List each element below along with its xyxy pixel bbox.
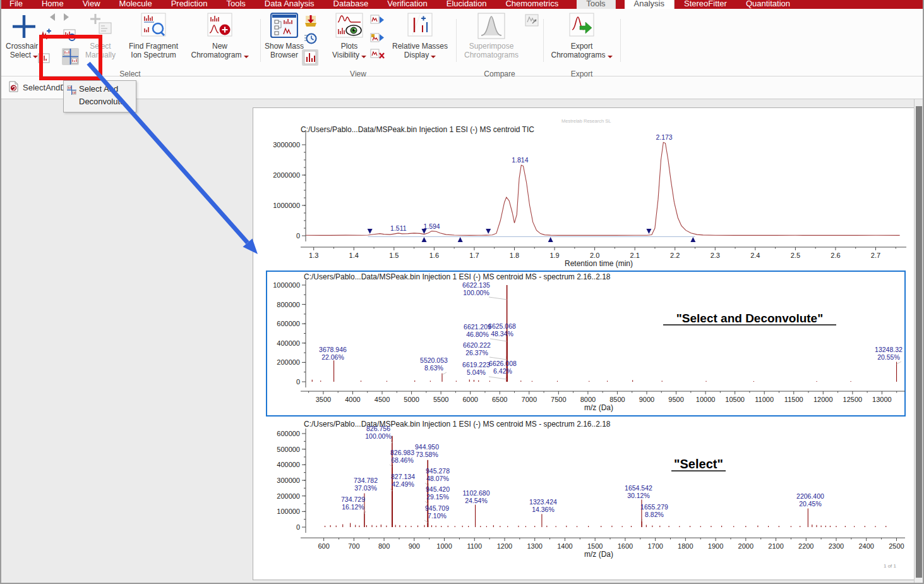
svg-text:945.278: 945.278 <box>426 467 450 475</box>
svg-text:13000: 13000 <box>872 396 892 403</box>
chart-annotation: "Select and Deconvolute" <box>676 312 823 325</box>
tooltip-select-and-deconvolute: Select And Deconvolute <box>63 80 136 113</box>
vertical-scrollbar[interactable] <box>914 99 923 584</box>
svg-text:13248.32: 13248.32 <box>875 346 903 353</box>
crosshair-select-button[interactable]: Crosshair / Select <box>4 11 44 59</box>
svg-text:945.420: 945.420 <box>426 485 450 493</box>
svg-text:1800: 1800 <box>678 542 693 550</box>
svg-text:100000: 100000 <box>277 508 300 515</box>
svg-text:1500: 1500 <box>587 542 603 550</box>
svg-text:12500: 12500 <box>843 396 863 403</box>
svg-text:600000: 600000 <box>277 320 300 327</box>
svg-text:827.134: 827.134 <box>391 473 415 480</box>
svg-text:1.5: 1.5 <box>389 252 399 259</box>
svg-text:2.7: 2.7 <box>871 252 880 259</box>
svg-text:200000: 200000 <box>277 492 300 500</box>
svg-text:6625.068: 6625.068 <box>488 322 516 330</box>
svg-text:8.82%: 8.82% <box>645 511 664 518</box>
svg-text:20.55%: 20.55% <box>877 353 900 361</box>
svg-text:1100: 1100 <box>467 542 482 550</box>
svg-text:2200: 2200 <box>798 542 813 550</box>
import-icon[interactable] <box>304 14 318 30</box>
tab-quantitation[interactable]: Quantitation <box>736 0 800 9</box>
clock-icon[interactable] <box>303 32 317 47</box>
tab-elucidation[interactable]: Elucidation <box>437 0 496 9</box>
svg-text:1.594: 1.594 <box>423 222 440 230</box>
svg-text:0: 0 <box>296 523 300 531</box>
histogram-icon[interactable] <box>302 49 318 68</box>
forward-icon[interactable] <box>62 13 71 23</box>
plots-visibility-button[interactable]: Plots Visibility <box>327 11 371 59</box>
tab-molecule[interactable]: Molecule <box>110 0 162 9</box>
tab-home[interactable]: Home <box>32 0 73 9</box>
tab-file[interactable]: File <box>0 0 32 9</box>
plots-visibility-label: Plots Visibility <box>332 42 359 59</box>
svg-text:3500: 3500 <box>316 396 331 403</box>
svg-text:12000: 12000 <box>813 396 833 403</box>
svg-text:5.04%: 5.04% <box>467 368 486 376</box>
svg-text:4500: 4500 <box>375 396 390 403</box>
tab-data-analysis[interactable]: Data Analysis <box>255 0 324 9</box>
tab-stereofitter[interactable]: StereoFitter <box>675 0 736 9</box>
svg-text:11500: 11500 <box>784 396 803 403</box>
tab-chemometrics[interactable]: Chemometrics <box>496 0 568 9</box>
tab-prediction[interactable]: Prediction <box>162 0 217 9</box>
svg-text:68.46%: 68.46% <box>391 456 414 464</box>
new-chromatogram-button[interactable]: New Chromatogram <box>187 11 253 59</box>
svg-text:944.950: 944.950 <box>415 443 439 451</box>
scrollbar-thumb[interactable] <box>916 106 922 578</box>
svg-text:1400: 1400 <box>557 542 572 550</box>
chevron-down-icon <box>244 56 249 58</box>
plots-export-icon[interactable] <box>370 14 385 28</box>
svg-text:22.06%: 22.06% <box>321 353 344 361</box>
svg-text:1.7: 1.7 <box>469 252 479 259</box>
svg-text:2.5: 2.5 <box>791 252 800 259</box>
svg-text:42.49%: 42.49% <box>392 480 414 488</box>
svg-text:8000: 8000 <box>580 396 596 403</box>
chart-annotation: "Select" <box>674 457 723 471</box>
svg-text:4000: 4000 <box>345 396 360 403</box>
tic-chart[interactable]: C:/Users/Pablo...Data/MSPeak.bin Injecti… <box>266 114 913 271</box>
tab-analysis[interactable]: Analysis <box>625 0 675 9</box>
tab-database[interactable]: Database <box>324 0 378 9</box>
selection-border <box>267 271 905 416</box>
tab-tools[interactable]: Tools <box>217 0 255 9</box>
svg-text:1200: 1200 <box>497 542 512 550</box>
tab-tools-contextual[interactable]: Tools <box>577 0 615 9</box>
group-label-export: Export <box>543 70 620 80</box>
plots-export-lock-icon[interactable] <box>370 31 385 45</box>
relative-masses-button[interactable]: Relative Masses Display <box>388 11 452 59</box>
svg-text:826.983: 826.983 <box>390 449 414 456</box>
tic-curve <box>306 142 900 235</box>
svg-text:6621.209: 6621.209 <box>464 323 491 331</box>
back-icon[interactable] <box>48 13 57 23</box>
export-chromatograms-button[interactable]: Export Chromatograms <box>547 11 616 59</box>
show-mass-browser-button[interactable]: Show Mass Browser <box>263 11 306 59</box>
find-fragment-icon <box>141 11 166 42</box>
svg-text:2100: 2100 <box>768 542 783 550</box>
svg-text:16.12%: 16.12% <box>342 503 364 511</box>
x-axis-label: m/z (Da) <box>584 550 613 559</box>
find-fragment-button[interactable]: Find Fragment Ion Spectrum <box>124 11 183 59</box>
svg-text:1323.424: 1323.424 <box>529 498 557 506</box>
svg-text:48.34%: 48.34% <box>491 330 513 338</box>
raw-spectrum-chart[interactable]: C:/Users/Pablo...Data/MSPeak.bin Injecti… <box>266 418 913 563</box>
svg-text:2.4: 2.4 <box>750 252 760 259</box>
chevron-down-icon <box>33 56 38 58</box>
tab-view[interactable]: View <box>73 0 110 9</box>
deconvoluted-spectrum-chart[interactable]: C:/Users/Pablo...Data/MSPeak.bin Injecti… <box>266 271 906 417</box>
superimpose-button: Superimpose Chromatograms <box>460 11 523 59</box>
document-icon <box>9 81 18 94</box>
tab-verification[interactable]: Verification <box>378 0 437 9</box>
svg-text:734.782: 734.782 <box>354 477 378 484</box>
svg-text:2000: 2000 <box>738 542 753 550</box>
svg-text:3678.946: 3678.946 <box>319 346 347 353</box>
compare-corner-icon[interactable] <box>525 14 539 28</box>
ribbon: Crosshair / Select Select Manually Find … <box>0 9 924 76</box>
show-mass-browser-icon <box>270 11 298 42</box>
svg-text:24.54%: 24.54% <box>465 497 488 504</box>
svg-text:5500: 5500 <box>433 396 448 403</box>
plots-remove-icon[interactable] <box>370 48 385 63</box>
plots-visibility-eye-icon <box>335 11 363 42</box>
chevron-down-icon <box>431 56 436 58</box>
